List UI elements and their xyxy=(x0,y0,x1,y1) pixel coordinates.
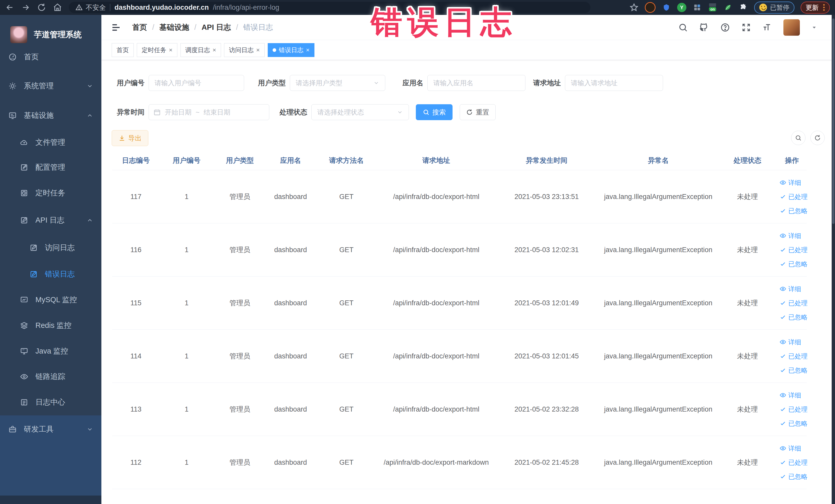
sidebar-item-dev-tools[interactable]: 研发工具 xyxy=(0,417,101,442)
eye-icon xyxy=(779,179,786,186)
cell-request-url: /api/infra/db-doc/export-html xyxy=(378,299,495,307)
user-id-input[interactable] xyxy=(149,75,244,91)
sidebar-item-redis-monitor[interactable]: Redis 监控 xyxy=(0,313,101,338)
sidebar-item-access-log[interactable]: 访问日志 xyxy=(0,235,101,261)
address-bar[interactable]: 不安全 dashboard.yudao.iocoder.cn /infra/lo… xyxy=(69,2,590,13)
process-status-select[interactable]: 请选择处理状态 xyxy=(311,104,409,120)
tab-error-log[interactable]: 错误日志 × xyxy=(268,43,314,57)
detail-link[interactable]: 详细 xyxy=(779,338,801,346)
ext-orange-icon[interactable] xyxy=(645,2,656,13)
breadcrumb-infra[interactable]: 基础设施 xyxy=(159,22,189,33)
tab-scheduled-jobs[interactable]: 定时任务 × xyxy=(137,43,177,57)
sidebar-item-log-center[interactable]: 日志中心 xyxy=(0,389,101,415)
page-scrollbar[interactable] xyxy=(832,15,835,504)
sidebar-item-java-monitor[interactable]: Java 监控 xyxy=(0,338,101,364)
caret-down-icon[interactable] xyxy=(811,24,817,31)
mark-ignored-link[interactable]: 已忽略 xyxy=(779,313,808,321)
export-button[interactable]: 导出 xyxy=(111,130,148,146)
detail-link[interactable]: 详细 xyxy=(779,391,801,400)
mark-processed-link[interactable]: 已处理 xyxy=(779,193,808,201)
cell-method: GET xyxy=(315,299,378,307)
detail-link[interactable]: 详细 xyxy=(779,178,801,187)
cell-exception-time: 2021-05-02 21:45:28 xyxy=(495,459,598,466)
sidebar-item-system[interactable]: 系统管理 xyxy=(0,73,101,99)
sidebar-item-trace[interactable]: 链路追踪 xyxy=(0,364,101,389)
breadcrumb-api-log[interactable]: API 日志 xyxy=(202,22,231,33)
site-security[interactable]: 不安全 xyxy=(76,3,106,12)
eye-icon xyxy=(779,445,786,451)
mark-processed-link[interactable]: 已处理 xyxy=(779,352,808,361)
table-row: 115 1 管理员 dashboard GET /api/infra/db-do… xyxy=(112,277,807,330)
mark-ignored-link[interactable]: 已忽略 xyxy=(779,260,808,268)
process-status-placeholder: 请选择处理状态 xyxy=(317,108,397,117)
search-icon[interactable] xyxy=(678,23,688,32)
request-url-input[interactable] xyxy=(565,75,663,91)
sidebar-item-mysql-monitor[interactable]: MySQL 监控 xyxy=(0,287,101,313)
mark-processed-link[interactable]: 已处理 xyxy=(779,405,808,414)
sidebar-item-error-log[interactable]: 错误日志 xyxy=(0,261,101,287)
table-row: 112 1 管理员 dashboard GET /api/infra/db-do… xyxy=(112,436,807,489)
forward-icon[interactable] xyxy=(21,3,30,12)
help-icon[interactable] xyxy=(720,23,730,32)
mark-processed-link[interactable]: 已处理 xyxy=(779,458,808,467)
mark-ignored-link[interactable]: 已忽略 xyxy=(779,366,808,375)
exception-time-range-picker[interactable]: 开始日期 ~ 结束日期 xyxy=(149,104,269,120)
mark-ignored-link[interactable]: 已忽略 xyxy=(779,207,808,215)
ext-leaf-icon[interactable] xyxy=(724,3,733,12)
tab-home[interactable]: 首页 xyxy=(111,43,134,57)
back-icon[interactable] xyxy=(5,3,14,12)
user-avatar[interactable] xyxy=(783,19,800,36)
toggle-search-button[interactable] xyxy=(791,131,806,145)
font-size-icon[interactable] xyxy=(762,23,772,32)
tab-access-log[interactable]: 访问日志 × xyxy=(224,43,265,57)
col-exception-name: 异常名 xyxy=(598,156,718,165)
fullscreen-icon[interactable] xyxy=(741,23,751,32)
mark-processed-link[interactable]: 已处理 xyxy=(779,246,808,254)
close-icon[interactable]: × xyxy=(169,47,172,53)
ext-switch-on-icon[interactable]: on xyxy=(708,3,717,12)
ext-blue-shield-icon[interactable] xyxy=(662,3,671,12)
home-icon[interactable] xyxy=(53,3,62,12)
detail-link[interactable]: 详细 xyxy=(779,285,801,293)
cell-user-type: 管理员 xyxy=(213,351,266,361)
breadcrumb: 首页 / 基础设施 / API 日志 / 错误日志 xyxy=(132,22,273,33)
sidebar-item-config-mgmt[interactable]: 配置管理 xyxy=(0,155,101,180)
reload-icon[interactable] xyxy=(37,3,46,12)
mark-ignored-link[interactable]: 已忽略 xyxy=(779,472,808,481)
breadcrumb-home[interactable]: 首页 xyxy=(132,22,147,33)
ext-green-y-icon[interactable]: Y xyxy=(677,3,686,12)
cell-actions: 详细 已处理 已忽略 xyxy=(777,444,807,481)
extensions-puzzle-icon[interactable] xyxy=(739,3,748,12)
tab-schedule-log[interactable]: 调度日志 × xyxy=(180,43,221,57)
refresh-table-button[interactable] xyxy=(810,131,825,145)
close-icon[interactable]: × xyxy=(256,47,260,53)
ext-grid-icon[interactable] xyxy=(693,3,702,12)
search-button[interactable]: 搜索 xyxy=(416,104,452,120)
reset-button[interactable]: 重置 xyxy=(460,104,496,120)
github-icon[interactable] xyxy=(699,23,709,32)
hamburger-icon[interactable] xyxy=(110,22,121,33)
sidebar-item-api-log[interactable]: API 日志 xyxy=(0,207,101,233)
cell-process-status: 未处理 xyxy=(718,192,777,201)
detail-link[interactable]: 详细 xyxy=(779,231,801,240)
mark-processed-link[interactable]: 已处理 xyxy=(779,299,808,307)
sidebar-item-scheduled-jobs[interactable]: 定时任务 xyxy=(0,180,101,206)
detail-link[interactable]: 详细 xyxy=(779,444,801,452)
browser-menu-dots-icon[interactable] xyxy=(823,4,825,11)
user-type-select[interactable]: 请选择用户类型 xyxy=(290,75,385,91)
scrollbar-thumb[interactable] xyxy=(832,19,834,224)
cell-request-url: /api/infra/db-doc/export-markdown xyxy=(378,459,495,466)
sidebar-item-infra[interactable]: 基础设施 xyxy=(0,103,101,128)
sidebar-item-home[interactable]: 首页 xyxy=(0,44,101,70)
mark-ignored-link[interactable]: 已忽略 xyxy=(779,419,808,428)
paused-pill[interactable]: 已暂停 xyxy=(754,2,794,14)
cloud-upload-icon xyxy=(20,138,28,147)
bookmark-star-icon[interactable] xyxy=(629,3,639,12)
close-icon[interactable]: × xyxy=(212,47,216,53)
app-name-input[interactable] xyxy=(427,75,526,91)
sidebar-item-file-mgmt[interactable]: 文件管理 xyxy=(0,130,101,155)
close-icon[interactable]: × xyxy=(306,47,309,53)
log-edit-icon xyxy=(29,244,38,252)
update-pill[interactable]: 更新 xyxy=(801,2,830,14)
calendar-icon xyxy=(154,108,161,116)
